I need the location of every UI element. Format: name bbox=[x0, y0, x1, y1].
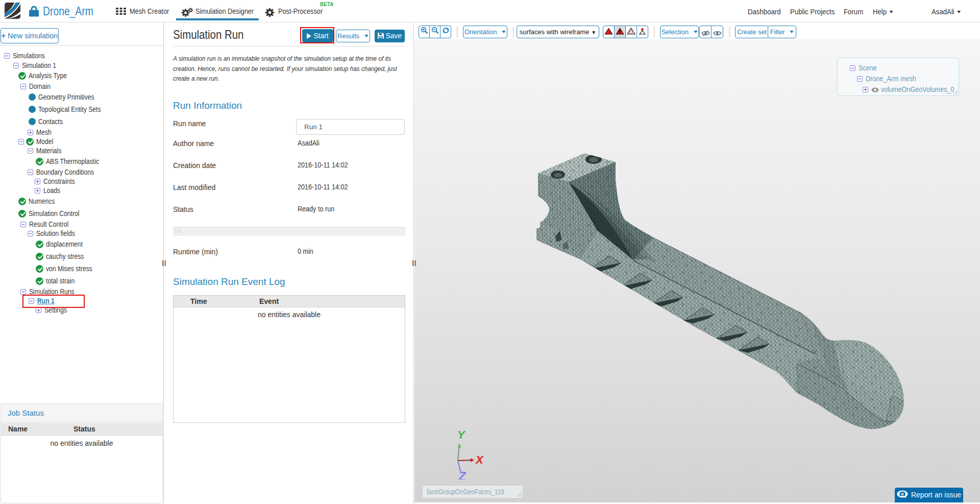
svg-text:Z: Z bbox=[458, 469, 467, 479]
svg-text:X: X bbox=[475, 453, 484, 466]
svg-text:Y: Y bbox=[457, 428, 466, 441]
